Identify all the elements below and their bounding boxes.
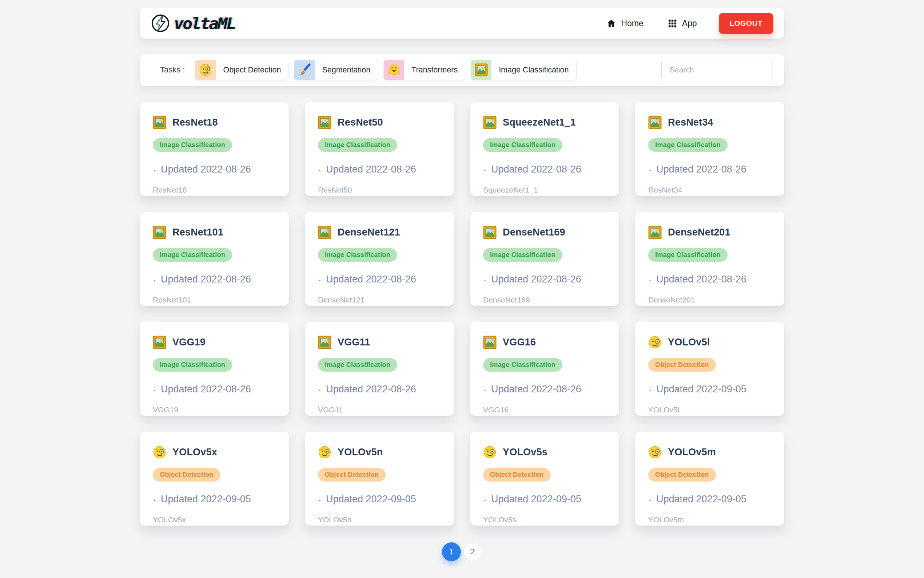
task-filter-label: Object Detection: [216, 65, 288, 75]
card-title-row: YOLOv5m: [648, 445, 771, 459]
updated-text: Updated 2022-08-26: [656, 164, 746, 175]
model-card[interactable]: YOLOv5x Object Detection · Updated 2022-…: [140, 432, 289, 526]
search-input[interactable]: [661, 58, 772, 81]
model-subtitle: VGG16: [483, 406, 606, 414]
bullet: ·: [483, 384, 487, 395]
bullet: ·: [153, 274, 157, 285]
monocle-face-icon: [195, 60, 216, 80]
logout-button[interactable]: LOGOUT: [719, 13, 774, 34]
framed-picture-icon: [483, 336, 497, 349]
updated-text: Updated 2022-09-05: [161, 494, 251, 505]
model-subtitle: YOLOv5m: [648, 515, 771, 524]
updated-date: · Updated 2022-08-26: [483, 164, 606, 175]
task-filter-label: Image Classification: [492, 65, 576, 75]
updated-date: · Updated 2022-08-26: [318, 384, 441, 395]
framed-picture-icon: [318, 336, 332, 349]
model-title: ResNet34: [668, 117, 714, 128]
bullet: ·: [483, 274, 487, 285]
model-title: YOLOv5l: [668, 337, 710, 348]
card-title-row: ResNet101: [153, 226, 276, 239]
monocle-face-icon: [483, 445, 497, 459]
framed-picture-icon: [648, 226, 662, 239]
card-title-row: DenseNet121: [318, 226, 441, 239]
updated-text: Updated 2022-09-05: [491, 494, 581, 505]
brand-name: voltaML: [174, 14, 235, 33]
task-filter-button[interactable]: Image Classification: [471, 60, 576, 80]
updated-text: Updated 2022-09-05: [656, 494, 746, 505]
model-card[interactable]: SqueezeNet1_1 Image Classification · Upd…: [470, 102, 619, 196]
updated-date: · Updated 2022-08-26: [318, 274, 441, 285]
card-title-row: VGG19: [153, 336, 276, 349]
task-badge: Image Classification: [318, 358, 397, 372]
task-badge: Object Detection: [318, 468, 386, 482]
model-title: ResNet18: [172, 117, 218, 128]
model-subtitle: DenseNet201: [648, 295, 771, 304]
nav-item[interactable]: Home: [607, 19, 643, 28]
card-title-row: DenseNet201: [648, 226, 771, 239]
updated-text: Updated 2022-08-26: [656, 274, 746, 285]
framed-picture-icon: [318, 226, 332, 239]
hugging-face-icon: [384, 60, 404, 80]
model-card[interactable]: YOLOv5n Object Detection · Updated 2022-…: [305, 432, 454, 526]
model-card[interactable]: YOLOv5l Object Detection · Updated 2022-…: [635, 322, 784, 416]
updated-text: Updated 2022-08-26: [161, 384, 251, 395]
model-card[interactable]: DenseNet169 Image Classification · Updat…: [470, 212, 619, 306]
grid-icon: [668, 19, 677, 28]
model-card[interactable]: YOLOv5s Object Detection · Updated 2022-…: [470, 432, 619, 526]
updated-date: · Updated 2022-08-26: [153, 384, 276, 395]
model-title: ResNet101: [172, 227, 223, 238]
bullet: ·: [318, 384, 322, 395]
model-card[interactable]: VGG16 Image Classification · Updated 202…: [470, 322, 619, 416]
updated-text: Updated 2022-08-26: [161, 164, 251, 175]
framed-picture-icon: [153, 226, 166, 239]
model-subtitle: DenseNet121: [318, 295, 441, 304]
page-button[interactable]: 1: [442, 542, 461, 561]
task-filter-bar: Tasks : Object Detection Segmenta: [140, 54, 784, 86]
updated-text: Updated 2022-08-26: [491, 274, 581, 285]
card-title-row: ResNet18: [153, 116, 276, 129]
bullet: ·: [318, 164, 322, 175]
model-title: SqueezeNet1_1: [503, 117, 576, 128]
updated-date: · Updated 2022-08-26: [318, 164, 441, 175]
model-title: DenseNet121: [338, 227, 400, 238]
bullet: ·: [483, 164, 487, 175]
model-card[interactable]: ResNet101 Image Classification · Updated…: [140, 212, 289, 306]
framed-picture-icon: [648, 116, 662, 129]
model-title: YOLOv5m: [668, 446, 716, 458]
model-card[interactable]: VGG11 Image Classification · Updated 202…: [305, 322, 454, 416]
updated-date: · Updated 2022-08-26: [483, 384, 606, 395]
updated-text: Updated 2022-08-26: [491, 384, 581, 395]
framed-picture-icon: [153, 336, 166, 349]
updated-date: · Updated 2022-09-05: [648, 494, 771, 505]
nav-item[interactable]: App: [668, 19, 697, 28]
updated-text: Updated 2022-09-05: [326, 494, 416, 505]
model-card[interactable]: ResNet18 Image Classification · Updated …: [140, 102, 289, 196]
logo[interactable]: voltaML: [150, 13, 235, 33]
page-button[interactable]: 2: [463, 542, 482, 561]
header-nav: Home App LOGOUT: [607, 13, 774, 34]
bullet: ·: [318, 494, 322, 505]
model-card[interactable]: DenseNet201 Image Classification · Updat…: [635, 212, 784, 306]
updated-text: Updated 2022-08-26: [491, 164, 581, 175]
home-icon: [607, 19, 616, 28]
card-title-row: YOLOv5s: [483, 445, 606, 459]
card-title-row: YOLOv5x: [153, 445, 276, 459]
model-card[interactable]: YOLOv5m Object Detection · Updated 2022-…: [635, 432, 784, 526]
task-filter-button[interactable]: Object Detection: [195, 60, 288, 80]
model-title: YOLOv5n: [338, 446, 383, 458]
task-filter-button[interactable]: Segmentation: [294, 60, 378, 80]
app-background: { "header": { "brand": "voltaML", "logo_…: [0, 0, 924, 578]
model-card[interactable]: DenseNet121 Image Classification · Updat…: [305, 212, 454, 306]
model-card[interactable]: VGG19 Image Classification · Updated 202…: [140, 322, 289, 416]
page: voltaML Home App: [140, 0, 784, 561]
task-badge: Image Classification: [153, 358, 232, 372]
model-card[interactable]: ResNet34 Image Classification · Updated …: [635, 102, 784, 196]
task-list: Object Detection Segmentation Transforme…: [195, 60, 576, 80]
bullet: ·: [648, 274, 652, 285]
framed-picture-icon: [483, 116, 497, 129]
updated-date: · Updated 2022-08-26: [483, 274, 606, 285]
model-card[interactable]: ResNet50 Image Classification · Updated …: [305, 102, 454, 196]
task-filter-button[interactable]: Transformers: [384, 60, 465, 80]
model-title: YOLOv5s: [503, 446, 547, 458]
model-subtitle: YOLOv5n: [318, 515, 441, 524]
